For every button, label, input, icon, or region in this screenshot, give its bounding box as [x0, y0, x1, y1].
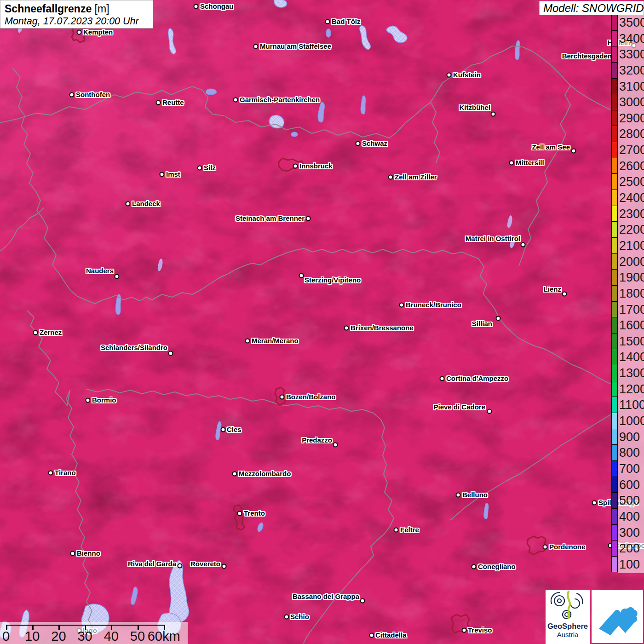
legend-swatch	[611, 365, 618, 381]
legend-value: 300	[619, 525, 640, 541]
legend-value: 2400	[619, 190, 644, 206]
city-label: Feltre	[400, 526, 419, 534]
city-dot-icon	[299, 273, 304, 278]
city-label: Treviso	[468, 626, 492, 634]
legend-row: 400	[611, 509, 644, 525]
legend-value: 2500	[619, 174, 644, 190]
geosphere-logo-icon	[548, 590, 587, 620]
legend-swatch	[611, 62, 618, 79]
legend-swatch	[611, 253, 618, 270]
city-dot-icon	[447, 73, 452, 78]
city-dot-icon	[115, 274, 120, 279]
legend-row: 300	[611, 525, 644, 541]
city-label: Predazzo	[302, 436, 332, 444]
city-label: Bormio	[92, 396, 116, 404]
legend-row: 1300	[611, 365, 644, 381]
city-dot-icon	[562, 292, 567, 297]
city-label: Belluno	[462, 491, 488, 499]
legend-value: 1900	[619, 270, 644, 286]
legend-value: 2600	[619, 158, 644, 174]
scalebar-tick-label: 60km	[148, 629, 180, 644]
city-label: Nauders	[86, 267, 114, 275]
city-dot-icon	[197, 166, 202, 171]
legend-row: 2000	[611, 254, 644, 270]
city-dot-icon	[232, 472, 237, 477]
legend-value: 900	[619, 429, 640, 445]
legend-value: 1700	[619, 302, 644, 318]
legend-swatch	[611, 94, 618, 110]
legend-row: 2600	[611, 158, 644, 174]
legend-swatch	[611, 301, 618, 318]
legend-value: 800	[619, 445, 640, 461]
city-label: Schio	[290, 613, 309, 621]
mountain-cloud-logo-icon	[595, 597, 639, 636]
legend-swatch	[611, 492, 618, 509]
legend-swatch	[611, 78, 618, 95]
title-unit: [m]	[95, 3, 109, 15]
city-dot-icon	[222, 564, 227, 569]
city-dot-icon	[160, 172, 165, 177]
legend-value: 2700	[619, 142, 644, 158]
legend-row: 2300	[611, 206, 644, 222]
city-label: Murnau am Staffelsee	[260, 42, 331, 51]
city-label: Conegliano	[478, 563, 516, 571]
city-dot-icon	[156, 100, 161, 105]
city-dot-icon	[592, 500, 597, 506]
scalebar-tick-label: 50	[130, 629, 145, 644]
city-dot-icon	[69, 92, 75, 98]
legend-value: 3200	[619, 63, 644, 79]
legend-swatch	[611, 30, 618, 47]
city-dot-icon	[284, 615, 289, 620]
legend-swatch	[611, 349, 618, 365]
legend-row: 2200	[611, 222, 644, 238]
model-box: Modell: SNOWGRID	[539, 1, 644, 15]
city-dot-icon	[521, 242, 526, 247]
city-dot-icon	[168, 351, 173, 356]
city-dot-icon	[126, 201, 131, 207]
title-text: Schneefallgrenze	[5, 3, 92, 15]
geosphere-country: Austria	[546, 631, 590, 639]
scalebar-tick-label: 30	[77, 629, 92, 644]
legend-swatch	[611, 556, 618, 573]
city-label: Pordenone	[549, 543, 585, 551]
legend-swatch	[611, 413, 618, 429]
city-dot-icon	[543, 545, 548, 550]
city-label: Reutte	[162, 98, 184, 107]
city-dot-icon	[33, 330, 38, 335]
legend-row: 3400	[611, 31, 644, 47]
legend-row: 100	[611, 557, 644, 573]
city-label: Garmisch-Partenkirchen	[240, 96, 320, 104]
city-dot-icon	[245, 339, 250, 344]
legend-swatch	[611, 142, 618, 158]
city-label: Schongau	[200, 2, 234, 11]
legend-value: 3400	[619, 31, 644, 47]
legend-swatch	[611, 269, 618, 286]
legend-value: 1500	[619, 334, 644, 350]
legend-row: 2500	[611, 174, 644, 190]
city-label: Pieve di Cadore	[433, 403, 485, 411]
city-label: Mittersill	[516, 159, 544, 167]
city-dot-icon	[194, 4, 199, 9]
legend-value: 1100	[619, 397, 644, 413]
legend-row: 500	[611, 493, 644, 509]
legend-swatch	[611, 397, 618, 413]
city-label: Kempten	[83, 28, 113, 36]
city-label: Mezzolombardo	[239, 470, 291, 478]
legend-value: 3000	[619, 94, 644, 110]
partner-logo-box	[592, 590, 643, 643]
legend-row: 700	[611, 461, 644, 477]
city-dot-icon	[394, 528, 399, 533]
legend-value: 2800	[619, 126, 644, 142]
city-dot-icon	[399, 303, 404, 308]
city-label: Steinach am Brenner	[236, 214, 305, 223]
legend-swatch	[611, 14, 618, 31]
legend-swatch	[611, 46, 618, 63]
legend-value: 1300	[619, 365, 644, 381]
legend-value: 100	[619, 557, 640, 573]
city-dot-icon	[86, 398, 91, 403]
legend-swatch	[611, 173, 618, 190]
legend-swatch	[611, 237, 618, 254]
legend-value: 3300	[619, 46, 644, 63]
city-label: Sonthofen	[76, 91, 110, 99]
legend-row: 1400	[611, 349, 644, 365]
